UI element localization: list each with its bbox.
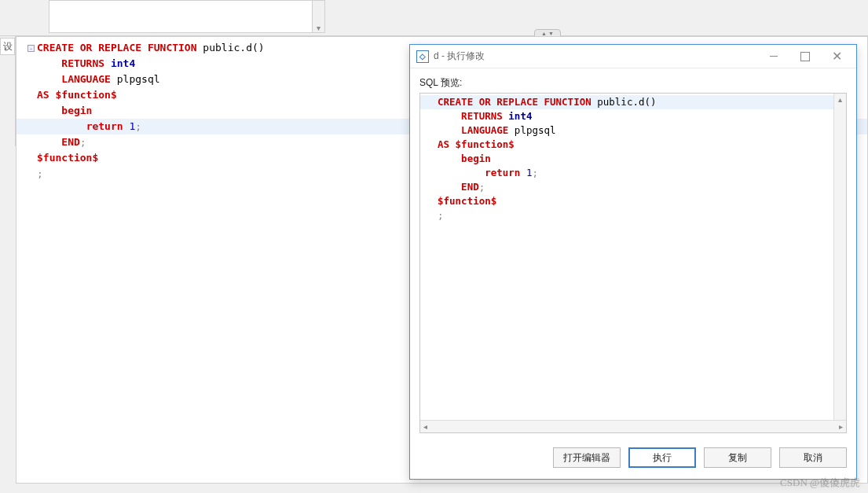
dialog-button-row: 打开编辑器 执行 复制 取消 bbox=[410, 436, 856, 479]
dialog-title-text: d - 执行修改 bbox=[434, 50, 756, 63]
preview-horizontal-scrollbar[interactable]: ◂▸ bbox=[420, 420, 846, 432]
maximize-button[interactable] bbox=[792, 47, 819, 66]
dialog-titlebar[interactable]: ◇ d - 执行修改 ✕ bbox=[410, 45, 856, 68]
top-panel-scrollbar[interactable]: ▾ bbox=[312, 1, 324, 32]
top-toolbar: ▾ ▲▼ bbox=[0, 0, 868, 36]
sql-preview-label: SQL 预览: bbox=[419, 76, 847, 90]
top-panel: ▾ bbox=[49, 0, 325, 33]
execute-button[interactable]: 执行 bbox=[628, 447, 696, 468]
preview-code[interactable]: CREATE OR REPLACE FUNCTION public.d() RE… bbox=[438, 95, 833, 223]
dialog-body: SQL 预览: - CREATE OR REPLACE FUNCTION pub… bbox=[410, 68, 856, 436]
minimize-button[interactable] bbox=[760, 47, 787, 66]
preview-gutter: - bbox=[420, 94, 436, 432]
preview-vertical-scrollbar[interactable]: ▴ bbox=[833, 94, 846, 420]
dialog-icon: ◇ bbox=[416, 50, 429, 63]
open-editor-button[interactable]: 打开编辑器 bbox=[553, 447, 621, 468]
left-sidebar: 设 bbox=[0, 36, 16, 146]
sql-preview-box: - CREATE OR REPLACE FUNCTION public.d() … bbox=[419, 93, 847, 433]
copy-button[interactable]: 复制 bbox=[704, 447, 771, 468]
execute-dialog: ◇ d - 执行修改 ✕ SQL 预览: - CREATE OR REPLACE… bbox=[409, 44, 857, 480]
watermark: CSDN @傻傻虎虎 bbox=[780, 476, 860, 490]
editor-gutter: - bbox=[16, 37, 35, 483]
cancel-button[interactable]: 取消 bbox=[779, 447, 847, 468]
left-tab[interactable]: 设 bbox=[0, 38, 15, 55]
fold-toggle-icon[interactable]: - bbox=[27, 45, 35, 52]
close-button[interactable]: ✕ bbox=[823, 47, 850, 66]
